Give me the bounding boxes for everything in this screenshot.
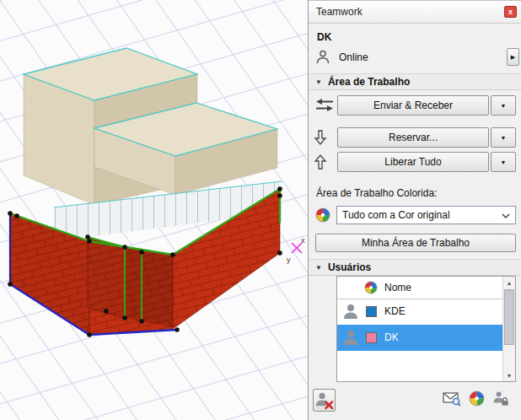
user-color-chip: [366, 332, 377, 343]
colored-workspace-label: Área de Trabalho Colorida:: [316, 187, 437, 199]
avatar-icon: [342, 303, 359, 320]
teamwork-palette: Teamwork x DK Online ▶ ▼ Área de Trabalh…: [308, 0, 521, 420]
palette-titlebar[interactable]: Teamwork x: [309, 1, 521, 24]
viewport-3d[interactable]: x y: [0, 0, 308, 420]
owner-initials: DK: [317, 31, 331, 43]
user-name: DK: [384, 331, 399, 343]
users-table-header: Nome: [337, 277, 502, 299]
send-receive-row: Enviar & Receber ▼: [309, 95, 521, 116]
user-color-chip: [366, 306, 377, 317]
avatar-icon: [342, 329, 359, 346]
palette-title: Teamwork: [316, 6, 363, 18]
close-button[interactable]: x: [504, 6, 517, 18]
chevron-down-icon: [502, 213, 510, 219]
section-users-label: Usuários: [328, 261, 371, 273]
release-dropdown-button[interactable]: ▼: [491, 152, 516, 172]
section-header-workspace[interactable]: ▼ Área de Trabalho: [309, 73, 521, 90]
status-expand-button[interactable]: ▶: [507, 48, 519, 66]
scrollbar-thumb[interactable]: [504, 289, 514, 345]
reserve-button[interactable]: Reservar...: [337, 127, 489, 148]
arrow-up-icon: [314, 154, 327, 170]
remove-user-button[interactable]: [313, 389, 336, 412]
reserve-row: Reservar... ▼: [309, 127, 521, 148]
color-wheel-icon: [364, 281, 378, 294]
status-label: Online: [339, 51, 368, 63]
remove-user-icon: [314, 390, 335, 411]
color-wheel-icon: [315, 207, 330, 223]
name-column-header: Nome: [384, 282, 411, 293]
arrow-down-icon: [314, 130, 327, 145]
send-receive-button[interactable]: Enviar & Receber: [337, 95, 489, 116]
status-row: Online ▶: [309, 46, 521, 68]
collapse-arrow-icon: ▼: [315, 78, 322, 86]
section-header-users[interactable]: ▼ Usuários: [309, 259, 521, 276]
release-row: Liberar Tudo ▼: [309, 152, 521, 172]
axis-x-label: x: [301, 236, 305, 245]
colored-workspace-select[interactable]: Tudo com a Cor original: [336, 206, 516, 224]
my-workspace-button[interactable]: Minha Área de Trabalho: [315, 234, 516, 252]
section-workspace-label: Área de Trabalho: [328, 76, 410, 88]
reserve-dropdown-button[interactable]: ▼: [491, 127, 516, 148]
collapse-arrow-icon: ▼: [315, 264, 322, 272]
users-scrollbar[interactable]: ▲ ▼: [502, 277, 515, 381]
color-wheel-icon[interactable]: [469, 390, 485, 407]
person-outline-icon: [316, 50, 330, 64]
scrollbar-up-arrow[interactable]: ▲: [503, 277, 515, 288]
colored-workspace-row: Tudo com a Cor original: [309, 206, 521, 224]
user-row-dk[interactable]: DK: [337, 325, 502, 351]
user-lock-icon[interactable]: [492, 390, 509, 407]
swap-arrows-icon: [314, 98, 335, 112]
send-receive-dropdown-button[interactable]: ▼: [491, 95, 516, 116]
release-all-button[interactable]: Liberar Tudo: [337, 152, 489, 172]
scrollbar-down-arrow[interactable]: ▼: [503, 369, 515, 381]
search-message-icon[interactable]: [443, 390, 461, 407]
users-table: Nome KDE DK ▲ ▼: [336, 276, 516, 382]
colored-workspace-value: Tudo com a Cor original: [342, 209, 450, 221]
palette-bottom-toolbar: [309, 382, 521, 420]
axis-y-label: y: [287, 256, 291, 264]
user-name: KDE: [384, 305, 406, 317]
user-row-kde[interactable]: KDE: [337, 299, 502, 325]
